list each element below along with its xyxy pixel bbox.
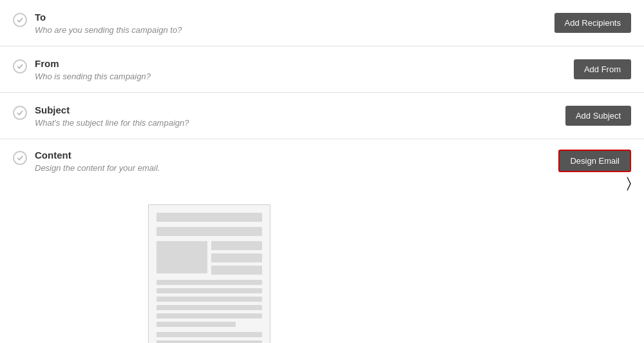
from-circle-icon: [13, 59, 27, 74]
to-section-left: To Who are you sending this campaign to?: [13, 12, 182, 35]
add-recipients-button[interactable]: Add Recipients: [554, 13, 631, 33]
add-subject-button[interactable]: Add Subject: [565, 106, 631, 126]
subject-title: Subject: [35, 104, 189, 115]
preview-line-8: [156, 340, 262, 343]
to-section-text: To Who are you sending this campaign to?: [35, 12, 182, 35]
design-email-area: Design Email 〉: [558, 150, 631, 191]
preview-line-7: [156, 332, 262, 337]
to-subtitle: Who are you sending this campaign to?: [35, 25, 182, 35]
preview-line-5: [156, 313, 262, 318]
design-email-button[interactable]: Design Email: [558, 150, 631, 172]
content-section-header: Content Design the content for your emai…: [13, 150, 631, 191]
preview-line-2: [156, 288, 262, 293]
to-title: To: [35, 12, 182, 23]
preview-text-bar-1: [211, 241, 262, 250]
content-section-left: Content Design the content for your emai…: [13, 150, 160, 173]
preview-image-block: [156, 241, 207, 273]
preview-line-3: [156, 297, 262, 302]
content-section-text: Content Design the content for your emai…: [35, 150, 160, 173]
subject-subtitle: What's the subject line for this campaig…: [35, 118, 189, 128]
subject-circle-icon: [13, 106, 27, 120]
preview-text-bar-2: [211, 253, 262, 262]
content-title: Content: [35, 150, 160, 161]
from-subtitle: Who is sending this campaign?: [35, 72, 151, 81]
preview-lines-section: [156, 280, 262, 327]
cursor-icon: 〉: [627, 175, 631, 191]
content-section: Content Design the content for your emai…: [0, 139, 644, 343]
content-circle-icon: [13, 151, 27, 165]
preview-lines-section-2: [156, 332, 262, 343]
add-from-button[interactable]: Add From: [574, 59, 631, 79]
subject-section-text: Subject What's the subject line for this…: [35, 104, 189, 128]
preview-line-1: [156, 280, 262, 285]
subject-section-left: Subject What's the subject line for this…: [13, 104, 189, 128]
content-subtitle: Design the content for your email.: [35, 163, 160, 173]
preview-two-column: [156, 241, 262, 275]
to-circle-icon: [13, 13, 27, 27]
preview-line-4: [156, 305, 262, 310]
email-preview: [148, 204, 270, 343]
subject-section: Subject What's the subject line for this…: [0, 93, 644, 139]
to-section: To Who are you sending this campaign to?…: [0, 0, 644, 46]
preview-text-bar-3: [211, 266, 262, 275]
from-section-left: From Who is sending this campaign?: [13, 58, 151, 81]
preview-line-6: [156, 322, 236, 327]
from-title: From: [35, 58, 151, 69]
preview-text-block: [211, 241, 262, 275]
from-section-text: From Who is sending this campaign?: [35, 58, 151, 81]
preview-subheader-bar: [156, 227, 262, 236]
page-container: To Who are you sending this campaign to?…: [0, 0, 644, 343]
from-section: From Who is sending this campaign? Add F…: [0, 46, 644, 93]
preview-header-bar: [156, 213, 262, 222]
